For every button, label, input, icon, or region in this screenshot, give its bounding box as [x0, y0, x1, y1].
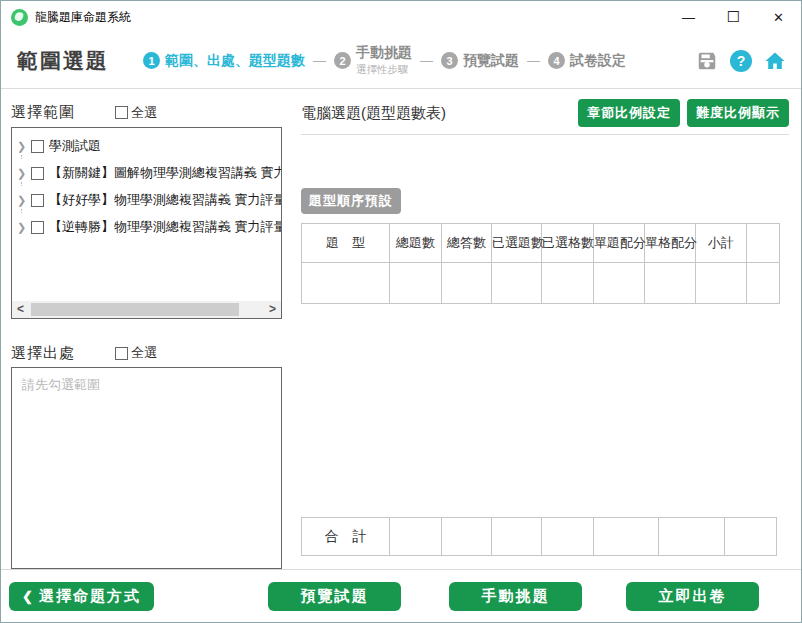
- choose-exam-method-button[interactable]: ❮ 選擇命題方式: [9, 582, 154, 611]
- main-content: 選擇範圍 全選 ❯ 學測試題 ❯ 【新關鍵】圖解物理學測總複習: [1, 89, 801, 569]
- panel-divider: [301, 134, 789, 135]
- scrollbar-track[interactable]: [29, 301, 264, 318]
- cell: [645, 263, 696, 304]
- step-4-number: 4: [548, 52, 565, 69]
- step-1-number: 1: [143, 52, 160, 69]
- preview-questions-button[interactable]: 預覽試題: [268, 582, 401, 611]
- col-selected-questions: 已選題數: [492, 224, 542, 263]
- cell: [492, 263, 542, 304]
- step-3-label: 預覽試題: [463, 52, 519, 70]
- page-title: 範圍選題: [17, 47, 109, 75]
- col-score-per-cell: 單格配分: [645, 224, 696, 263]
- step-2-manual-pick[interactable]: 2 手動挑題選擇性步驟: [334, 44, 412, 77]
- total-label-cell: 合 計: [302, 518, 390, 556]
- step-3-number: 3: [441, 52, 458, 69]
- step-separator: —: [313, 53, 326, 68]
- app-window: 龍騰題庫命題系統 — ☐ ✕ 範圍選題 1 範圍、出處、題型題數 — 2 手動挑…: [0, 0, 802, 623]
- total-cell: [725, 518, 777, 556]
- horizontal-scrollbar[interactable]: < >: [12, 301, 281, 318]
- panel-header: 電腦選題(題型題數表) 章節比例設定 難度比例顯示: [301, 99, 789, 127]
- cell: [442, 263, 492, 304]
- scroll-left-icon[interactable]: <: [12, 301, 29, 318]
- maximize-button[interactable]: ☐: [711, 1, 756, 33]
- wizard-steps: 1 範圍、出處、題型題數 — 2 手動挑題選擇性步驟 — 3 預覽試題 — 4 …: [143, 44, 626, 77]
- step-separator: —: [527, 53, 540, 68]
- expand-chevron-icon[interactable]: ❯: [17, 140, 29, 153]
- back-button-label: 選擇命題方式: [39, 587, 141, 606]
- close-button[interactable]: ✕: [756, 1, 801, 33]
- range-section-title: 選擇範圍: [11, 103, 75, 122]
- source-select-all-checkbox[interactable]: [115, 347, 128, 360]
- total-cell: [390, 518, 442, 556]
- cell: [696, 263, 747, 304]
- tree-item-checkbox[interactable]: [31, 140, 44, 153]
- question-order-preset-button[interactable]: 題型順序預設: [301, 188, 401, 214]
- generate-paper-button[interactable]: 立即出卷: [626, 582, 759, 611]
- save-icon[interactable]: [695, 49, 719, 73]
- cell: [542, 263, 594, 304]
- manual-pick-button[interactable]: 手動挑題: [449, 582, 582, 611]
- header-icons: ?: [695, 49, 787, 73]
- cell: [390, 263, 442, 304]
- source-select-all-label: 全選: [131, 344, 157, 362]
- help-icon[interactable]: ?: [730, 50, 752, 72]
- expand-chevron-icon[interactable]: ❯: [17, 221, 29, 234]
- scroll-right-icon[interactable]: >: [264, 301, 281, 318]
- tree-item-comeback-win[interactable]: ❯ 【逆轉勝】物理學測總複習講義 實力評量: [12, 214, 281, 241]
- table-header-row: 題 型 總題數 總答數 已選題數 已選格數 單題配分 單格配分 小計: [302, 224, 780, 263]
- cell: [594, 263, 645, 304]
- left-panel: 選擇範圍 全選 ❯ 學測試題 ❯ 【新關鍵】圖解物理學測總複習: [11, 89, 282, 569]
- step-3-preview[interactable]: 3 預覽試題: [441, 52, 519, 70]
- tree-item-study-well[interactable]: ❯ 【好好學】物理學測總複習講義 實力評量: [12, 187, 281, 214]
- question-type-table: 題 型 總題數 總答數 已選題數 已選格數 單題配分 單格配分 小計: [301, 223, 780, 304]
- source-placeholder: 請先勾選範圍: [22, 376, 271, 394]
- step-1-range[interactable]: 1 範圍、出處、題型題數: [143, 52, 305, 70]
- chapter-ratio-button[interactable]: 章節比例設定: [578, 99, 680, 127]
- tree-item-exam-questions[interactable]: ❯ 學測試題: [12, 133, 281, 160]
- tree-item-checkbox[interactable]: [31, 167, 44, 180]
- total-row: 合 計: [302, 518, 777, 556]
- source-section-title: 選擇出處: [11, 344, 75, 363]
- col-extra: [747, 224, 780, 263]
- minimize-button[interactable]: —: [666, 1, 711, 33]
- expand-chevron-icon[interactable]: ❯: [17, 167, 29, 180]
- step-4-label: 試卷設定: [570, 52, 626, 70]
- expand-chevron-icon[interactable]: ❯: [17, 194, 29, 207]
- step-2-title: 手動挑題: [356, 44, 412, 60]
- tree-item-new-key[interactable]: ❯ 【新關鍵】圖解物理學測總複習講義 實力評量: [12, 160, 281, 187]
- source-section-header: 選擇出處 全選: [11, 343, 282, 365]
- range-select-all[interactable]: 全選: [115, 104, 157, 122]
- total-cell: [492, 518, 542, 556]
- window-controls: — ☐ ✕: [666, 1, 801, 33]
- col-total-questions: 總題數: [390, 224, 442, 263]
- tree-item-label: 【新關鍵】圖解物理學測總複習講義 實力評量: [49, 164, 281, 182]
- step-4-paper-settings[interactable]: 4 試卷設定: [548, 52, 626, 70]
- col-question-type: 題 型: [302, 224, 390, 263]
- range-select-all-label: 全選: [131, 104, 157, 122]
- computer-selection-panel: 電腦選題(題型題數表) 章節比例設定 難度比例顯示 題型順序預設 題 型 總題數…: [301, 89, 789, 569]
- tree-item-checkbox[interactable]: [31, 194, 44, 207]
- total-cell: [542, 518, 594, 556]
- step-separator: —: [420, 53, 433, 68]
- range-tree: ❯ 學測試題 ❯ 【新關鍵】圖解物理學測總複習講義 實力評量 ❯ 【好好學】物理…: [11, 127, 282, 319]
- app-logo-icon: [11, 9, 28, 26]
- total-cell: [594, 518, 659, 556]
- step-2-number: 2: [334, 52, 351, 69]
- tree-item-label: 【好好學】物理學測總複習講義 實力評量: [49, 191, 281, 209]
- tree-item-label: 【逆轉勝】物理學測總複習講義 實力評量: [49, 218, 281, 236]
- scrollbar-thumb[interactable]: [31, 303, 239, 316]
- col-total-answers: 總答數: [442, 224, 492, 263]
- tree-item-checkbox[interactable]: [31, 221, 44, 234]
- col-selected-cells: 已選格數: [542, 224, 594, 263]
- range-select-all-checkbox[interactable]: [115, 106, 128, 119]
- home-icon[interactable]: [763, 49, 787, 73]
- table-row: [302, 263, 780, 304]
- footer-bar: ❮ 選擇命題方式 預覽試題 手動挑題 立即出卷: [1, 569, 801, 622]
- source-select-all[interactable]: 全選: [115, 344, 157, 362]
- col-score-per-question: 單題配分: [594, 224, 645, 263]
- tree-item-label: 學測試題: [49, 137, 101, 155]
- step-2-subtitle: 選擇性步驟: [356, 63, 412, 77]
- source-list[interactable]: 請先勾選範圍: [11, 367, 282, 569]
- difficulty-ratio-button[interactable]: 難度比例顯示: [687, 99, 789, 127]
- step-2-label: 手動挑題選擇性步驟: [356, 44, 412, 77]
